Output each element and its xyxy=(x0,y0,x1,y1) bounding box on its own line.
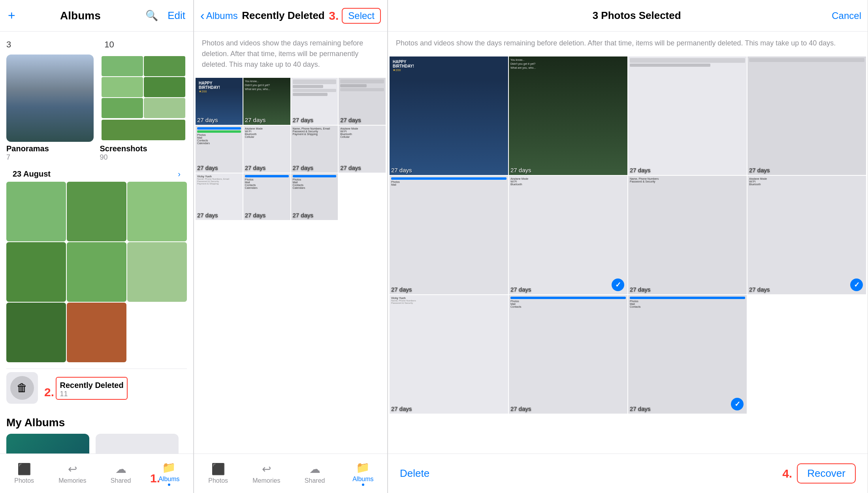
photo-cell-9[interactable]: Vicky Yueh Name, Phone Numbers, EmailPas… xyxy=(196,173,243,220)
tab-bar-panel1: ⬛ Photos ↩ Memories ☁ Shared 📁 Albums 1. xyxy=(0,453,193,493)
memories-icon-2: ↩ xyxy=(262,463,271,476)
photo-cell-7[interactable]: Name, Phone Numbers, EmailPassword & Sec… xyxy=(291,126,338,173)
back-label: Albums xyxy=(206,10,238,21)
tab-memories-1[interactable]: ↩ Memories xyxy=(48,454,96,493)
sel-days-10: 27 days xyxy=(510,405,531,412)
selection-row-1: HAPPYBIRTHDAY! ★200 27 days You know...D… xyxy=(390,56,866,175)
days-badge-3: 27 days xyxy=(293,117,314,123)
photo-cell-3[interactable]: 27 days xyxy=(291,78,338,125)
sel-days-1: 27 days xyxy=(391,167,412,173)
days-badge-10: 27 days xyxy=(245,212,266,218)
sel-photo-2[interactable]: You know...Didn't you get it yet?What ar… xyxy=(509,56,627,175)
recover-button[interactable]: Recover xyxy=(797,463,856,484)
check-6 xyxy=(612,278,624,291)
sel-photo-11[interactable]: PhotosMailContacts 27 days xyxy=(628,295,747,414)
days-badge-7: 27 days xyxy=(293,164,314,171)
sel-days-11: 27 days xyxy=(630,405,651,412)
cancel-button[interactable]: Cancel xyxy=(832,10,861,21)
action-bar: Delete 4. Recover xyxy=(388,453,868,493)
screenshots-count: 90 xyxy=(100,153,187,162)
album-screenshots[interactable]: Screenshots 90 xyxy=(100,55,187,162)
sel-photo-6[interactable]: Airplane ModeWi-FiBluetooth 27 days xyxy=(509,176,627,294)
shared-icon-2: ☁ xyxy=(309,463,320,476)
albums-icon-1: 📁 xyxy=(162,461,176,474)
tab-photos-2[interactable]: ⬛ Photos xyxy=(194,454,242,493)
nav-actions: 🔍 Edit xyxy=(145,9,185,22)
date-section-header: 23 August › xyxy=(6,166,187,182)
count-panoramas: 3 xyxy=(6,38,11,51)
days-badge-11: 27 days xyxy=(293,212,314,218)
tab-photos-1[interactable]: ⬛ Photos xyxy=(0,454,48,493)
album-my-shared[interactable]: ☁ Shared xyxy=(96,434,179,454)
count-screenshots: 10 xyxy=(104,38,114,51)
delete-button[interactable]: Delete xyxy=(400,467,429,480)
panoramas-thumb xyxy=(6,55,94,142)
photo-cell-4[interactable]: 27 days xyxy=(339,78,386,125)
recently-deleted-info-text: Photos and videos show the days remainin… xyxy=(194,32,387,76)
tab-memories-2[interactable]: ↩ Memories xyxy=(242,454,290,493)
photo-cell-2[interactable]: You know...Didn't you get it yet?What ar… xyxy=(243,78,290,125)
recently-deleted-nav: ‹ Albums Recently Deleted 3. Select xyxy=(194,0,387,32)
photo-grid-panel2: HAPPYBIRTHDAY! ★200 27 days You know...D… xyxy=(194,76,387,453)
edit-button[interactable]: Edit xyxy=(168,9,185,22)
step1-label: 1. xyxy=(150,472,160,485)
step3-label: 3. xyxy=(329,9,339,23)
albums-content: 3 10 Panoramas 7 xyxy=(0,32,193,453)
date-label: 23 August xyxy=(13,169,51,179)
my-albums-section-title: My Albums xyxy=(6,416,187,429)
date-more-button[interactable]: › xyxy=(178,169,181,179)
sel-photo-7[interactable]: Name, Phone NumbersPassword & Security 2… xyxy=(628,176,747,294)
photo-cell-empty xyxy=(339,173,386,220)
photo-row-3: Vicky Yueh Name, Phone Numbers, EmailPas… xyxy=(196,173,386,220)
selection-info-text: Photos and videos show the days remainin… xyxy=(388,32,868,55)
sel-photo-5[interactable]: PhotosMail 27 days xyxy=(390,176,508,294)
tab-memories-label-2: Memories xyxy=(252,477,280,484)
add-album-button[interactable]: + xyxy=(8,8,15,23)
tab-albums-label-1: Albums xyxy=(158,476,179,483)
photo-cell-1[interactable]: HAPPYBIRTHDAY! ★200 27 days xyxy=(196,78,243,125)
sel-photo-4[interactable]: 27 days xyxy=(747,56,866,175)
recently-deleted-count: 11 xyxy=(60,390,123,398)
photo-cell-11[interactable]: PhotosMailContactsCalendars 27 days xyxy=(291,173,338,220)
albums-nav-bar: + Albums 🔍 Edit xyxy=(0,0,193,32)
albums-icon-2: 📁 xyxy=(356,461,370,474)
sel-days-5: 27 days xyxy=(391,286,412,293)
photo-grid-panel3: HAPPYBIRTHDAY! ★200 27 days You know...D… xyxy=(388,55,868,453)
search-button[interactable]: 🔍 xyxy=(145,9,158,22)
select-button[interactable]: Select xyxy=(342,8,381,24)
tab-albums-2[interactable]: 📁 Albums xyxy=(339,454,387,493)
album-my-1[interactable] xyxy=(6,434,89,454)
sel-photo-9[interactable]: Vicky Yueh Name, Phone NumbersPassword &… xyxy=(390,295,508,414)
tab-shared-1[interactable]: ☁ Shared xyxy=(97,454,145,493)
tab-photos-label-2: Photos xyxy=(208,477,228,484)
sel-photo-1[interactable]: HAPPYBIRTHDAY! ★200 27 days xyxy=(390,56,508,175)
step2-label: 2. xyxy=(44,386,54,399)
days-badge-4: 27 days xyxy=(340,117,361,123)
screenshots-name: Screenshots xyxy=(100,144,187,153)
memories-icon-1: ↩ xyxy=(68,463,77,476)
sel-photo-10[interactable]: PhotosMailContacts 27 days xyxy=(509,295,627,414)
panoramas-image xyxy=(6,55,94,142)
sel-photo-3[interactable]: 27 days xyxy=(628,56,747,175)
days-badge-8: 27 days xyxy=(340,164,361,171)
sel-photo-8[interactable]: Airplane ModeWi-FiBluetooth 27 days xyxy=(747,176,866,294)
recently-deleted-name: Recently Deleted xyxy=(60,381,123,390)
top-album-grid: Panoramas 7 xyxy=(6,55,187,162)
photo-cell-5[interactable]: PhotosMailContactsCalendars 27 days xyxy=(196,126,243,173)
photo-cell-6[interactable]: Airplane ModeWi-FiBluetoothCellular 27 d… xyxy=(243,126,290,173)
check-11 xyxy=(731,398,744,410)
sel-days-8: 27 days xyxy=(749,286,770,293)
photo-cell-10[interactable]: PhotosMailContactsCalendars 27 days xyxy=(243,173,290,220)
tab-shared-2[interactable]: ☁ Shared xyxy=(291,454,339,493)
photos-icon-2: ⬛ xyxy=(211,463,225,476)
sel-days-9: 27 days xyxy=(391,405,412,412)
photo-cell-8[interactable]: Airplane ModeWi-FiBluetoothCellular 27 d… xyxy=(339,126,386,173)
album-recently-deleted[interactable]: 🗑 2. Recently Deleted 11 xyxy=(6,369,187,407)
tab-memories-label-1: Memories xyxy=(58,477,86,484)
back-chevron-icon: ‹ xyxy=(200,8,205,23)
back-to-albums-button[interactable]: ‹ Albums xyxy=(200,8,238,23)
days-badge-1: 27 days xyxy=(197,117,218,123)
recently-deleted-info: 2. Recently Deleted 11 xyxy=(44,376,128,400)
album-panoramas[interactable]: Panoramas 7 xyxy=(6,55,94,162)
days-badge-5: 27 days xyxy=(197,164,218,171)
